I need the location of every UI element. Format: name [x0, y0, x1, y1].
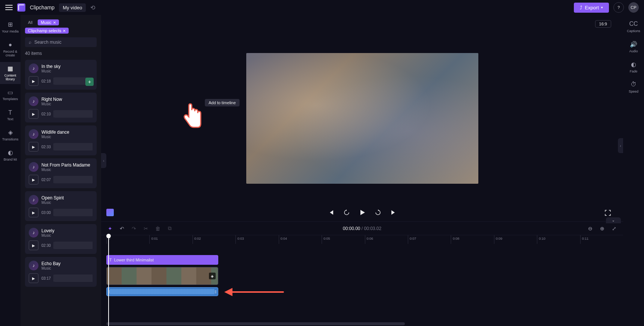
search-input[interactable]: ⌕ Search music [25, 37, 97, 47]
nav-your-media[interactable]: ⊞Your media [0, 18, 21, 37]
clip-handle-right[interactable]: || [215, 290, 216, 294]
duplicate-button[interactable]: ⧉ [166, 225, 173, 232]
clip-transition-icon[interactable]: ◈ [209, 273, 216, 279]
play-button[interactable]: ▶ [29, 208, 38, 217]
track-item[interactable]: ♪Wildlife danceMusic▶02:33 [25, 125, 97, 155]
nav-content-library[interactable]: ▦Content library [0, 62, 21, 84]
right-fade[interactable]: ◐Fade [630, 60, 638, 73]
chip-label: Music [41, 20, 51, 25]
skip-back-button[interactable] [327, 209, 335, 216]
split-button[interactable]: ✂ [142, 225, 150, 232]
nav-transitions[interactable]: ◈Transitions [0, 126, 21, 145]
undo-button[interactable]: ↶ [118, 225, 126, 232]
right-sidebar: › CCCaptions🔊Audio◐Fade⏱Speed [623, 15, 644, 326]
help-button[interactable]: ? [613, 2, 624, 13]
playhead[interactable] [106, 234, 111, 238]
play-button[interactable] [359, 209, 366, 216]
track-item[interactable]: ♪Open SpiritMusic▶03:00 [25, 191, 97, 221]
redo-button[interactable]: ↷ [130, 225, 138, 232]
track-duration: 03:00 [41, 211, 51, 215]
chip-all[interactable]: All [25, 19, 35, 25]
annotation-arrow-icon [224, 288, 284, 295]
fade-icon: ◐ [630, 60, 637, 68]
nav-icon: ▦ [7, 65, 14, 72]
waveform [54, 143, 93, 150]
project-name[interactable]: My video [59, 3, 86, 12]
track-item[interactable]: ♪Echo BayMusic▶03:17 [25, 257, 97, 287]
timeline-ruler[interactable]: 00:010:020:030:040:050:060:070:080:090:1… [101, 235, 623, 244]
text-clip-label: Lower third Minimalist [114, 258, 154, 262]
timecode-duration: 00:03.02 [364, 226, 382, 231]
filter-chips: All Music ✕ Clipchamp selects ✕ [25, 19, 97, 34]
play-button[interactable]: ▶ [29, 273, 38, 283]
nav-templates[interactable]: ▭Templates [0, 86, 21, 104]
zoom-in-button[interactable]: ⊕ [598, 225, 606, 232]
right-speed[interactable]: ⏱Speed [629, 81, 638, 93]
audio-icon: 🔊 [630, 40, 637, 48]
skip-forward-button[interactable] [390, 209, 397, 216]
track-subtitle: Music [41, 201, 64, 205]
collapse-timeline-button[interactable]: ⌄ [606, 217, 621, 223]
fullscreen-button[interactable] [604, 209, 611, 216]
zoom-out-button[interactable]: ⊖ [587, 225, 594, 232]
app-name: Clipchamp [30, 4, 54, 10]
collapse-rightbar-button[interactable]: › [618, 138, 623, 153]
delete-button[interactable]: 🗑 [154, 225, 162, 232]
aspect-ratio-button[interactable]: 16:9 [595, 20, 611, 28]
audio-clip[interactable]: || || [106, 287, 218, 296]
fit-button[interactable]: ⤢ [610, 225, 618, 232]
chip-clipchamp-selects[interactable]: Clipchamp selects ✕ [25, 28, 69, 34]
timeline-toolbar: ✦ ↶ ↷ ✂ 🗑 ⧉ 00:00.00 / 00:03.02 ⊖ ⊕ ⤢ ⌄ [101, 221, 623, 235]
rewind-button[interactable] [343, 209, 350, 216]
track-title: Echo Bay [41, 261, 60, 266]
video-clip[interactable]: ◈ [106, 267, 218, 285]
nav-icon: ▭ [7, 89, 14, 96]
right-audio[interactable]: 🔊Audio [629, 40, 638, 53]
chip-music[interactable]: Music ✕ [38, 19, 59, 25]
track-item[interactable]: ♪In the skyMusic▶02:18+ [25, 60, 97, 90]
play-button[interactable]: ▶ [29, 240, 38, 250]
track-title: Not From Paris Madame [41, 162, 90, 168]
nav-record-create[interactable]: ●Record & create [0, 38, 21, 60]
text-clip[interactable]: T Lower third Minimalist [106, 255, 218, 265]
user-avatar[interactable]: CP [628, 2, 639, 13]
chip-label: Clipchamp selects [28, 28, 61, 33]
menu-button[interactable] [5, 5, 13, 10]
play-button[interactable]: ▶ [29, 76, 38, 86]
nav-text[interactable]: TText [0, 106, 21, 124]
ruler-mark: 0:03 [235, 235, 278, 244]
music-icon: ♪ [29, 162, 38, 172]
track-title: In the sky [41, 64, 60, 69]
clipchamp-logo-icon [17, 3, 25, 12]
track-subtitle: Music [41, 135, 69, 139]
nav-label: Your media [2, 30, 19, 34]
right-captions[interactable]: CCCaptions [627, 20, 640, 33]
track-item[interactable]: ♪Not From Paris MadameMusic▶02:07 [25, 158, 97, 188]
nav-icon: ◈ [7, 129, 14, 136]
nav-brand-kit[interactable]: ◐Brand kit [0, 146, 21, 165]
track-item[interactable]: ♪Right NowMusic▶02:10 [25, 93, 97, 122]
forward-button[interactable] [374, 209, 382, 216]
play-button[interactable]: ▶ [29, 175, 38, 184]
timeline-scrollbar[interactable] [106, 322, 405, 325]
track-title: Lovely [41, 228, 54, 233]
ai-tool-button[interactable]: ✦ [106, 225, 114, 232]
nav-icon: ● [7, 41, 14, 49]
close-icon[interactable]: ✕ [63, 29, 66, 33]
ruler-mark: 0:01 [149, 235, 192, 244]
close-icon[interactable]: ✕ [53, 21, 56, 25]
export-button[interactable]: ⤴ Export ▾ [574, 3, 609, 13]
video-preview[interactable] [246, 53, 478, 184]
right-label: Audio [629, 49, 638, 53]
ruler-mark: 0:08 [451, 235, 494, 244]
play-button[interactable]: ▶ [29, 109, 38, 119]
transport-controls [327, 209, 397, 216]
play-button[interactable]: ▶ [29, 142, 38, 152]
music-icon: ♪ [29, 228, 38, 237]
ruler-mark: 0:10 [537, 235, 580, 244]
track-item[interactable]: ♪LovelyMusic▶02:30 [25, 224, 97, 254]
timeline-tracks[interactable]: T Lower third Minimalist ◈ || || [101, 244, 623, 326]
export-label: Export [585, 5, 599, 10]
add-to-timeline-button[interactable]: + [85, 78, 94, 86]
ai-icon[interactable] [106, 209, 114, 216]
